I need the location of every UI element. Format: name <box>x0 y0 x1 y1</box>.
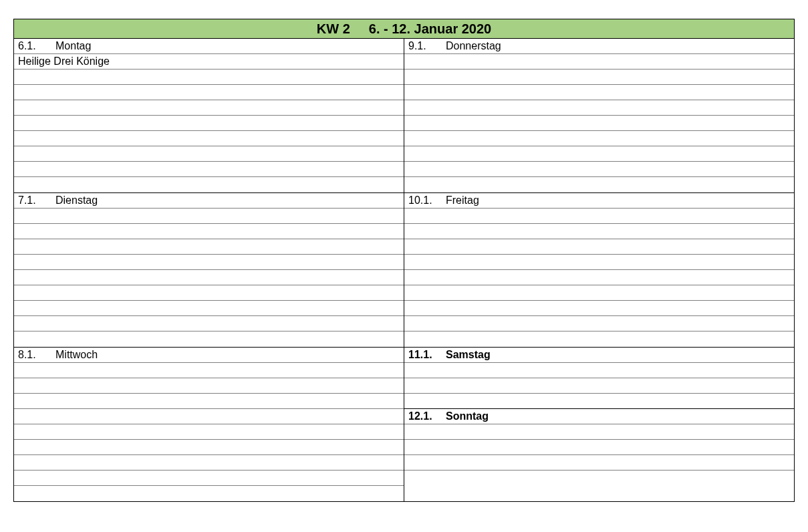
day-header-monday: 6.1. Montag <box>14 39 404 54</box>
entry-row[interactable] <box>14 440 404 455</box>
day-header-wednesday: 8.1. Mittwoch <box>14 348 404 363</box>
day-header-thursday: 9.1. Donnerstag <box>404 39 794 54</box>
entry-row[interactable] <box>14 270 404 285</box>
day-header-sunday: 12.1. Sonntag <box>404 409 794 424</box>
entry-row[interactable] <box>14 486 404 501</box>
entry-row[interactable] <box>404 100 794 116</box>
day-date: 8.1. <box>18 349 46 361</box>
day-name: Dienstag <box>55 194 98 207</box>
day-name: Montag <box>55 40 91 52</box>
holiday-note: Heilige Drei Könige <box>14 54 404 70</box>
week-row-1: 6.1. Montag Heilige Drei Könige 9.1. Don… <box>14 39 794 193</box>
entry-row[interactable] <box>14 177 404 192</box>
entry-row[interactable] <box>14 162 404 177</box>
day-name: Mittwoch <box>55 349 98 361</box>
week-row-3: 8.1. Mittwoch 11.1. Samstag 12.1. Sonn <box>14 348 794 501</box>
day-name: Samstag <box>446 349 491 361</box>
entry-row[interactable] <box>14 239 404 255</box>
entry-row[interactable] <box>404 239 794 255</box>
entry-row[interactable] <box>404 394 794 409</box>
entry-row[interactable] <box>404 85 794 100</box>
weekly-calendar: KW 2 6. - 12. Januar 2020 6.1. Montag He… <box>13 19 795 502</box>
week-row-2: 7.1. Dienstag 10.1. Freitag <box>14 193 794 348</box>
week-number: KW 2 <box>317 21 350 37</box>
day-date: 6.1. <box>18 40 46 52</box>
entry-row[interactable] <box>404 378 794 394</box>
entry-row[interactable] <box>14 301 404 316</box>
entry-row[interactable] <box>404 116 794 131</box>
entry-row[interactable] <box>404 363 794 378</box>
entry-row[interactable] <box>14 70 404 85</box>
entry-row[interactable] <box>404 177 794 192</box>
calendar-header: KW 2 6. - 12. Januar 2020 <box>14 19 794 39</box>
day-friday: 10.1. Freitag <box>404 193 794 347</box>
day-wednesday: 8.1. Mittwoch <box>14 348 404 501</box>
entry-row[interactable] <box>14 285 404 301</box>
weekend-column: 11.1. Samstag 12.1. Sonntag <box>404 348 794 501</box>
entry-row[interactable] <box>404 162 794 177</box>
entry-row[interactable] <box>404 301 794 316</box>
day-name: Sonntag <box>446 410 489 422</box>
entry-row[interactable] <box>404 331 794 347</box>
entry-row[interactable] <box>14 424 404 440</box>
day-date: 12.1. <box>408 410 436 422</box>
entry-row[interactable] <box>14 85 404 100</box>
entry-row[interactable] <box>14 131 404 146</box>
entry-row[interactable] <box>14 363 404 378</box>
day-name: Freitag <box>446 194 479 207</box>
entry-row[interactable] <box>404 224 794 239</box>
day-date: 10.1. <box>408 194 436 207</box>
entry-row[interactable] <box>14 116 404 131</box>
entry-row[interactable] <box>404 54 794 70</box>
day-header-friday: 10.1. Freitag <box>404 193 794 209</box>
entry-row[interactable] <box>14 255 404 270</box>
date-range: 6. - 12. Januar 2020 <box>369 21 491 37</box>
entry-row[interactable] <box>404 131 794 146</box>
entry-row[interactable] <box>404 70 794 85</box>
entry-row[interactable] <box>404 455 794 471</box>
entry-row[interactable] <box>14 224 404 239</box>
entry-row[interactable] <box>404 255 794 270</box>
entry-row[interactable] <box>14 409 404 424</box>
entry-row[interactable] <box>14 378 404 394</box>
entry-row[interactable] <box>404 209 794 224</box>
day-name: Donnerstag <box>446 40 501 52</box>
entry-row[interactable] <box>14 331 404 347</box>
day-header-saturday: 11.1. Samstag <box>404 348 794 363</box>
entry-row[interactable] <box>404 285 794 301</box>
day-header-tuesday: 7.1. Dienstag <box>14 193 404 209</box>
day-date: 7.1. <box>18 194 46 207</box>
entry-row[interactable] <box>14 455 404 471</box>
entry-row[interactable] <box>404 471 794 486</box>
entry-row[interactable] <box>404 424 794 440</box>
entry-row[interactable] <box>14 209 404 224</box>
day-date: 11.1. <box>408 349 436 361</box>
entry-row[interactable] <box>404 270 794 285</box>
entry-row[interactable] <box>404 146 794 162</box>
entry-row[interactable] <box>404 440 794 455</box>
entry-row[interactable] <box>14 146 404 162</box>
entry-row[interactable] <box>14 471 404 486</box>
entry-row[interactable] <box>14 100 404 116</box>
day-date: 9.1. <box>408 40 436 52</box>
day-thursday: 9.1. Donnerstag <box>404 39 794 192</box>
entry-row[interactable] <box>404 316 794 331</box>
entry-row[interactable] <box>14 316 404 331</box>
day-monday: 6.1. Montag Heilige Drei Könige <box>14 39 404 192</box>
day-tuesday: 7.1. Dienstag <box>14 193 404 347</box>
entry-row[interactable] <box>14 394 404 409</box>
